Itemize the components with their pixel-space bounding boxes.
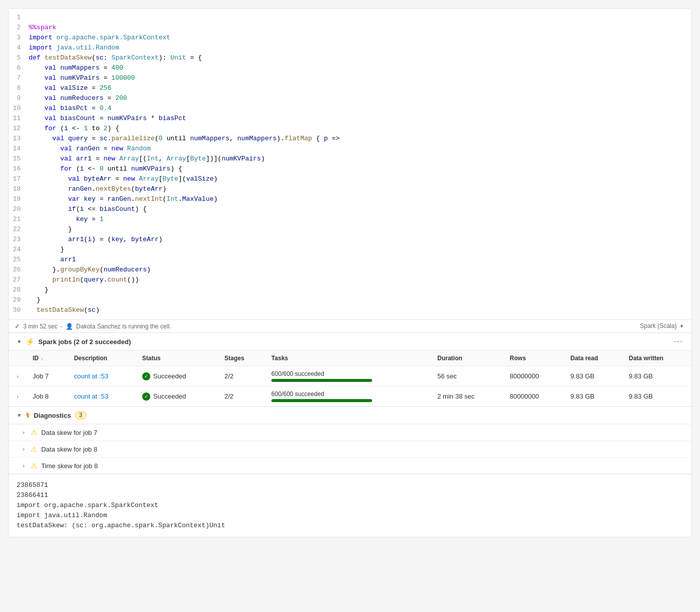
code-line-15: 15 val arr1 = new Array[(Int, Array[Byte… (9, 154, 691, 164)
code-line-28: 28 } (9, 285, 691, 295)
output-line: testDataSkew: (sc: org.apache.spark.Spar… (17, 521, 683, 531)
code-line-14: 14 val ranGen = new Random (9, 144, 691, 154)
code-line-18: 18 ranGen.nextBytes(byteArr) (9, 184, 691, 194)
job-tasks: 600/600 succeeded (265, 386, 431, 407)
th-tasks: Tasks (265, 351, 431, 366)
job-expand-button[interactable]: › (15, 393, 21, 401)
job-stages: 2/2 (218, 366, 265, 386)
job-rows: 80000000 (504, 366, 564, 386)
output-lines: 2386587123866411import org.apache.spark.… (17, 480, 683, 531)
code-line-6: 6 val numMappers = 400 (9, 63, 691, 73)
spark-jobs-table: ID ↓ Description Status Stages Tasks (9, 351, 691, 406)
code-line-2: 2 %%spark (9, 23, 691, 33)
status-label: Succeeded (153, 393, 186, 400)
success-dot-icon: ✓ (142, 372, 150, 380)
code-line-22: 22 } (9, 225, 691, 235)
diag-item-label: Data skew for job 7 (41, 429, 97, 436)
code-line-9: 9 val numReducers = 200 (9, 93, 691, 103)
cell-user-label: Dakota Sanchez is running the cell. (76, 323, 171, 330)
th-data-written: Data written (623, 351, 691, 366)
code-line-13: 13 val query = sc.parallelize(0 until nu… (9, 134, 691, 144)
job-description-link[interactable]: count at :53 (74, 372, 108, 380)
cell-execution-time: 3 min 52 sec (23, 323, 57, 330)
code-line-10: 10 val biasPct = 0.4 (9, 103, 691, 114)
warning-icon: ⚠ (31, 445, 37, 453)
success-dot-icon: ✓ (142, 393, 150, 401)
code-line-27: 27 println(query.count()) (9, 275, 691, 285)
kernel-expand-button[interactable]: ▾ (678, 322, 685, 330)
code-line-3: 3 import org.apache.spark.SparkContext (9, 33, 691, 43)
diagnostics-item[interactable]: › ⚠ Data skew for job 8 (9, 441, 691, 458)
job-data-read: 9.83 GB (564, 366, 623, 386)
code-line-29: 29 } (9, 295, 691, 305)
code-line-4: 4 import java.util.Random (9, 43, 691, 53)
job-duration: 56 sec (431, 366, 504, 386)
output-line: 23866411 (17, 490, 683, 500)
th-status: Status (136, 351, 218, 366)
code-line-21: 21 key = 1 (9, 214, 691, 225)
code-line-19: 19 var key = ranGen.nextInt(Int.MaxValue… (9, 194, 691, 204)
diag-item-expand-button[interactable]: › (21, 445, 27, 453)
diagnostics-title: Diagnostics (34, 412, 71, 419)
th-id: ID ↓ (27, 351, 68, 366)
th-data-read: Data read (564, 351, 623, 366)
diagnostics-items: › ⚠ Data skew for job 7 › ⚠ Data skew fo… (9, 424, 691, 474)
cell-footer: ✓ 3 min 52 sec - 👤 Dakota Sanchez is run… (9, 319, 691, 332)
spark-jobs-icon: ⚡ (26, 338, 34, 346)
code-line-20: 20 if(i <= biasCount) { (9, 204, 691, 214)
th-rows: Rows (504, 351, 564, 366)
warning-icon: ⚠ (31, 428, 37, 436)
task-label: 600/600 succeeded (271, 391, 425, 398)
job-status: ✓ Succeeded (136, 386, 218, 407)
code-line-26: 26 }.groupByKey(numReducers) (9, 265, 691, 275)
job-description: count at :53 (68, 366, 136, 386)
code-line-16: 16 for (i <- 0 until numKVPairs) { (9, 164, 691, 174)
spark-jobs-section: ▾ ⚡ Spark jobs (2 of 2 succeeded) ··· ID… (8, 333, 692, 407)
diagnostics-collapse-button[interactable]: ▾ (17, 411, 22, 420)
id-sort-icon[interactable]: ↓ (41, 356, 43, 361)
diag-item-expand-button[interactable]: › (21, 428, 27, 436)
code-editor: 1 2 %%spark 3 import org.apache.spark.Sp… (9, 9, 691, 319)
job-status: ✓ Succeeded (136, 366, 218, 386)
job-data-written: 9.83 GB (623, 386, 691, 407)
diag-item-label: Time skew for job 8 (41, 462, 98, 470)
status-label: Succeeded (153, 372, 186, 380)
diagnostics-item[interactable]: › ⚠ Time skew for job 8 (9, 458, 691, 474)
spark-jobs-title: Spark jobs (2 of 2 succeeded) (38, 338, 131, 346)
job-tasks: 600/600 succeeded (265, 366, 431, 386)
output-section: 2386587123866411import org.apache.spark.… (8, 474, 692, 537)
spark-jobs-collapse-button[interactable]: ▾ (17, 337, 22, 346)
table-header-row: ID ↓ Description Status Stages Tasks (9, 351, 691, 366)
diagnostics-item[interactable]: › ⚠ Data skew for job 7 (9, 424, 691, 441)
warning-icon: ⚠ (31, 462, 37, 470)
spark-jobs-header: ▾ ⚡ Spark jobs (2 of 2 succeeded) ··· (9, 333, 691, 351)
job-description: count at :53 (68, 386, 136, 407)
job-id: Job 7 (27, 366, 68, 386)
job-id: Job 8 (27, 386, 68, 407)
kernel-label: Spark (Scala) (640, 322, 677, 329)
job-expand-button[interactable]: › (15, 372, 21, 380)
diag-item-expand-button[interactable]: › (21, 462, 27, 470)
job-stages: 2/2 (218, 386, 265, 407)
job-rows: 80000000 (504, 386, 564, 407)
task-progress-fill (271, 379, 372, 382)
job-description-link[interactable]: count at :53 (74, 393, 108, 400)
task-progress-fill (271, 399, 372, 402)
code-line-12: 12 for (i <- 1 to 2) { (9, 124, 691, 134)
cell-separator: - (61, 323, 63, 330)
diagnostics-header: ▾ ⚕ Diagnostics 3 (9, 407, 691, 424)
user-icon: 👤 (66, 323, 73, 330)
th-expand (9, 351, 27, 366)
output-line: import java.util.Random (17, 511, 683, 521)
spark-jobs-more-button[interactable]: ··· (674, 337, 683, 346)
output-line: import org.apache.spark.SparkContext (17, 500, 683, 511)
code-line-30: 30 testDataSkew(sc) (9, 305, 691, 315)
success-check-icon: ✓ (15, 322, 20, 330)
output-line: 23865871 (17, 480, 683, 490)
table-row: › Job 7 count at :53 ✓ Succeeded 2/2 600… (9, 366, 691, 386)
diag-item-label: Data skew for job 8 (41, 446, 97, 453)
code-line-24: 24 } (9, 245, 691, 255)
task-label: 600/600 succeeded (271, 370, 425, 377)
job-duration: 2 min 38 sec (431, 386, 504, 407)
th-stages: Stages (218, 351, 265, 366)
